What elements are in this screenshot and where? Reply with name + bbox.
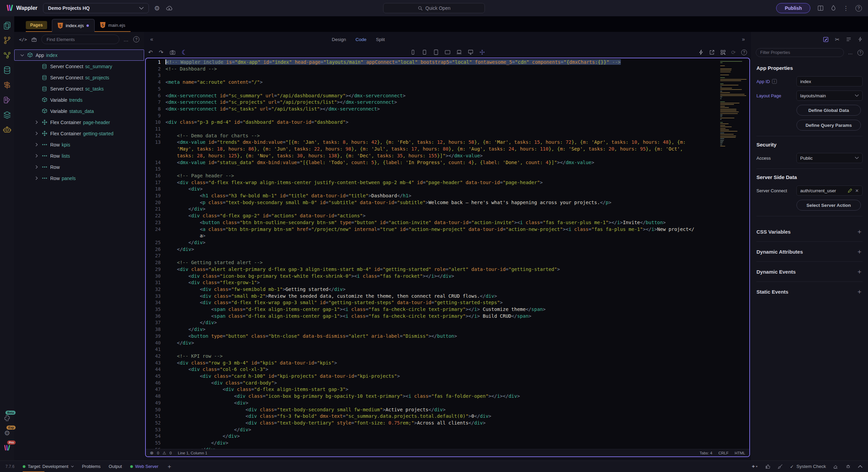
code-line[interactable]: 8<dmx-serverconnect id="sc_tasks" url="/… — [146, 106, 749, 113]
components-icon[interactable] — [31, 36, 37, 42]
mode-code[interactable]: Code — [355, 37, 366, 42]
device-tablet-landscape-icon[interactable] — [445, 49, 451, 55]
code-line[interactable]: 5 — [146, 86, 749, 93]
code-line[interactable]: 6<dmx-serverconnect id="sc_summary" url=… — [146, 93, 749, 99]
collapse-left-icon[interactable]: « — [150, 36, 153, 42]
properties-pencil-icon[interactable] — [823, 36, 829, 43]
tree-item-lists[interactable]: Rowlists — [14, 150, 144, 161]
structure-more-icon[interactable]: … — [123, 37, 129, 42]
tree-item-sc_summary[interactable]: Server Connectsc_summary — [14, 61, 144, 72]
code-line[interactable]: 44 <div class="col-6 col-xl-3"> — [146, 366, 749, 373]
code-line[interactable]: 34 <div class="d-flex flex-wrap gap-3 sm… — [146, 299, 749, 306]
pages-button[interactable]: Pages — [26, 21, 47, 29]
chevron-right-icon[interactable] — [33, 120, 40, 124]
tree-item-panels[interactable]: Rowpanels — [14, 173, 144, 184]
code-line[interactable]: 20 <p class="text-body-secondary small m… — [146, 199, 749, 206]
publish-button[interactable]: Publish — [776, 3, 810, 13]
feedback-thumbs-up-icon[interactable] — [765, 464, 771, 469]
cloud-download-icon[interactable] — [165, 5, 173, 12]
device-phablet-icon[interactable] — [421, 49, 428, 55]
redo-icon[interactable]: ↷ — [159, 49, 163, 56]
define-query-params-button[interactable]: Define Query Params — [796, 120, 861, 131]
git-icon[interactable] — [2, 35, 12, 45]
code-line[interactable]: 13 <dmx-value id="trends" dmx-bind:value… — [146, 139, 749, 159]
cut-scissors-icon[interactable]: ✂ — [835, 36, 840, 43]
qr-preview-icon[interactable] — [720, 50, 726, 55]
code-line[interactable]: 10<div class="p-3 p-md-4" id="dashboard"… — [146, 119, 749, 126]
refresh-icon[interactable]: ⟳ — [731, 49, 736, 56]
code-line[interactable]: 14 <dmx-value id="status_data" dmx-bind:… — [146, 159, 749, 166]
add-icon[interactable]: ＋ — [856, 287, 863, 296]
web-server-tab[interactable]: Web Server — [130, 461, 158, 472]
code-line[interactable]: 7<dmx-serverconnect id="sc_projects" url… — [146, 99, 749, 106]
tree-item-row[interactable]: Row — [14, 161, 144, 173]
code-line[interactable]: 19 <h1 class="h3 fw-bold mb-1" id="title… — [146, 193, 749, 199]
more-kebab-icon[interactable]: ⋮ — [843, 5, 849, 12]
code-line[interactable]: 43 <div class="row g-3 mb-4" id="kpis" d… — [146, 360, 749, 367]
open-in-browser-icon[interactable] — [709, 50, 715, 55]
routes-icon[interactable] — [2, 80, 12, 90]
code-line[interactable]: 12 <!-- Demo data for charts --> — [146, 133, 749, 139]
add-panel-button[interactable]: ＋ — [166, 463, 172, 470]
select-server-action-button[interactable]: Select Server Action — [796, 200, 861, 211]
chevron-right-icon[interactable] — [33, 143, 40, 146]
code-line[interactable]: 31 <div class="flex-grow-1"> — [146, 279, 749, 286]
code-line[interactable]: 24 <a class="btn btn-primary btn-sm" hre… — [146, 226, 749, 239]
collapse-up-icon[interactable] — [858, 465, 863, 468]
tree-item-sc_projects[interactable]: Server Connectsc_projects — [14, 72, 144, 83]
tree-item-getting-started[interactable]: Flex Containergetting-started — [14, 128, 144, 139]
pages-icon[interactable] — [2, 20, 12, 31]
system-check-button[interactable]: ✓ System Check — [790, 464, 826, 469]
edit-pencil-icon[interactable] — [848, 188, 852, 193]
tree-item-index[interactable]: Appindex — [14, 50, 144, 61]
eraser-icon[interactable] — [833, 464, 839, 469]
code-line[interactable]: 38 </div> — [146, 326, 749, 333]
workflows-icon[interactable] — [2, 50, 12, 60]
add-icon[interactable]: ＋ — [856, 247, 863, 256]
section-static-events[interactable]: Static Events＋ — [756, 281, 863, 301]
layout-page-select[interactable]: layouts/main — [796, 91, 863, 101]
wappler-pro-icon[interactable]: Pro — [2, 443, 12, 453]
clear-x-icon[interactable]: ✕ — [855, 188, 859, 193]
add-icon[interactable]: ＋ — [856, 267, 863, 276]
code-line[interactable]: 27 — [146, 253, 749, 259]
tree-item-sc_tasks[interactable]: Server Connectsc_tasks — [14, 83, 144, 94]
debug-bug-icon[interactable] — [845, 464, 851, 469]
server-connect-field[interactable]: auth/current_user ✕ — [796, 185, 863, 196]
code-line[interactable]: 53 </div> — [146, 427, 749, 433]
code-line[interactable]: 50 <div class="text-body-secondary small… — [146, 407, 749, 413]
code-line[interactable]: 1<!-- Wappler include is="dmx-app" id="i… — [146, 59, 749, 66]
code-line[interactable]: 16 <!-- Page header --> — [146, 173, 749, 179]
code-line[interactable]: 55 </div> — [146, 440, 749, 447]
design-icon[interactable] — [2, 95, 12, 105]
app-id-field[interactable]: index — [796, 76, 863, 86]
code-line[interactable]: 26 </div> — [146, 246, 749, 253]
section-css-variables[interactable]: CSS Variables＋ — [756, 222, 863, 241]
code-line[interactable]: 25 </div> — [146, 239, 749, 246]
problems-tab[interactable]: Problems — [82, 461, 101, 472]
code-line[interactable]: 15 — [146, 166, 749, 173]
settings-gear-icon[interactable]: ⚙ — [154, 4, 160, 12]
code-line[interactable]: 28 <!-- Getting started alert --> — [146, 259, 749, 266]
device-desktop-icon[interactable] — [468, 49, 474, 55]
code-line[interactable]: 37 </div> — [146, 319, 749, 326]
code-line[interactable]: 46 <div class="card-body"> — [146, 380, 749, 387]
find-elements-input[interactable] — [41, 35, 119, 44]
ai-sparkles-icon[interactable]: ✦✦ — [751, 464, 758, 470]
code-line[interactable]: 42 <!-- KPI row --> — [146, 353, 749, 360]
dynamic-data-bolt-icon[interactable] — [698, 50, 704, 55]
tree-item-page-header[interactable]: Flex Containerpage-header — [14, 117, 144, 128]
chevron-right-icon[interactable] — [33, 132, 40, 135]
editor-help-icon[interactable]: ? — [741, 50, 747, 55]
mode-design[interactable]: Design — [332, 37, 346, 42]
add-icon[interactable]: ＋ — [856, 227, 863, 236]
tree-item-status_data[interactable]: Variablestatus_data — [14, 105, 144, 117]
fullscreen-move-icon[interactable] — [479, 49, 485, 55]
chevron-down-icon[interactable] — [19, 54, 25, 57]
chevron-right-icon[interactable] — [33, 176, 40, 180]
experimental-icon[interactable]: ⚙Exp — [2, 428, 12, 438]
properties-help-icon[interactable]: ? — [857, 50, 863, 56]
access-select[interactable]: Public — [796, 153, 863, 163]
code-line[interactable]: 51 <div class="fs-3 fw-bold" dmx-text="s… — [146, 413, 749, 420]
theme-droplet-icon[interactable] — [831, 5, 836, 12]
